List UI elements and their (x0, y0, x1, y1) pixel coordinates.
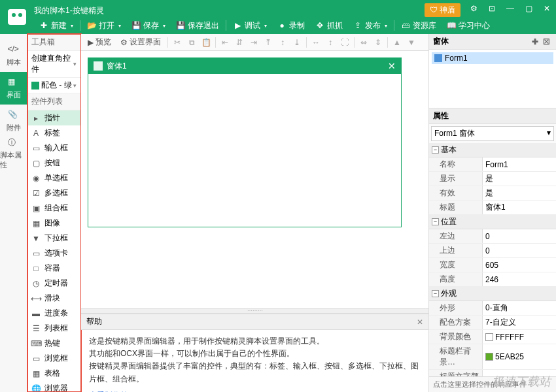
widget-定时器[interactable]: ◷定时器 (27, 276, 80, 291)
hspace-icon[interactable]: ⇔ (357, 36, 370, 49)
settings-icon[interactable]: ⚙ (464, 0, 483, 17)
menu-record[interactable]: ●录制 (272, 17, 310, 34)
preview-button[interactable]: ▶ 预览 (84, 35, 115, 49)
maximize-button[interactable]: ▢ (519, 0, 538, 17)
menu-resource[interactable]: 🗃资源库 (396, 17, 442, 34)
widget-组合框[interactable]: ▣组合框 (27, 201, 80, 216)
prop-row[interactable]: 名称Form1 (429, 157, 556, 172)
send-back-icon[interactable]: ▼ (405, 36, 418, 49)
add-form-icon[interactable]: ✚ (532, 37, 541, 46)
close-button[interactable]: ✕ (538, 0, 556, 17)
widget-列表框[interactable]: ☰列表框 (27, 321, 80, 336)
menu-learn[interactable]: 📖学习中心 (442, 17, 495, 34)
minimize-button[interactable]: — (501, 0, 519, 17)
widget-多选框[interactable]: ☑多选框 (27, 186, 80, 201)
shield-badge[interactable]: 🛡 神盾 (425, 3, 460, 17)
bring-front-icon[interactable]: ▲ (391, 36, 404, 49)
align-left-icon[interactable]: ⇤ (218, 36, 232, 49)
widget-按钮[interactable]: ▢按钮 (27, 155, 80, 171)
form-close-button[interactable]: ✕ (388, 61, 396, 71)
prop-row[interactable]: 背景颜色FFFFFF (429, 330, 556, 344)
color-combo[interactable]: 配色 - 绿▾ (27, 78, 80, 93)
widget-icon: ◉ (31, 174, 41, 183)
learn-icon: 📖 (447, 21, 456, 30)
widget-下拉框[interactable]: ▼下拉框 (27, 231, 80, 246)
widget-进度条[interactable]: ▬进度条 (27, 306, 80, 321)
widget-icon: ⌨ (31, 339, 41, 348)
widget-选项卡[interactable]: ▭选项卡 (27, 246, 80, 261)
nav-grid[interactable]: ▦界面 (0, 72, 27, 105)
prop-group-外观[interactable]: −外观 (429, 287, 556, 301)
prop-row[interactable]: 标题窗体1 (429, 201, 556, 215)
prop-row[interactable]: 配色方案7-自定义 (429, 316, 556, 330)
form-tree[interactable]: Form1 (429, 50, 556, 108)
widget-表格[interactable]: ▦表格 (27, 366, 80, 381)
widget-icon: A (31, 129, 41, 138)
paste-icon[interactable]: 📋 (200, 36, 213, 49)
form-icon (94, 61, 103, 71)
widget-icon: ▣ (31, 204, 41, 213)
prop-row[interactable]: 显示是 (429, 172, 556, 186)
prop-group-基本[interactable]: −基本 (429, 143, 556, 157)
nav-attach[interactable]: 📎附件 (0, 105, 27, 137)
designer-toolbar: ▶ 预览 ⚙ 设置界面 ✂ ⧉ 📋 ⇤ ⇵ ⇥ ⤒ ↕ ⤓ ↔ ↕ ⛶ ⇔ ⇕ … (81, 34, 428, 51)
menu-plus[interactable]: ✚新建▾ (34, 17, 78, 34)
align-center-icon[interactable]: ⇵ (233, 36, 246, 49)
widget-指针[interactable]: ▸指针 (27, 110, 80, 125)
copy-icon[interactable]: ⧉ (185, 36, 198, 49)
prop-row[interactable]: 外形0-直角 (429, 301, 556, 316)
align-middle-icon[interactable]: ↕ (276, 36, 289, 49)
menu-save-exit[interactable]: 💾保存退出 (171, 17, 224, 34)
prop-row[interactable]: 左边0 (429, 229, 556, 244)
widget-输入框[interactable]: ▭输入框 (27, 140, 80, 155)
align-bottom-icon[interactable]: ⤓ (290, 36, 304, 49)
widget-单选框[interactable]: ◉单选框 (27, 171, 80, 186)
vspace-icon[interactable]: ⇕ (372, 36, 385, 49)
nav-info[interactable]: ⓘ脚本属性 (0, 137, 27, 170)
prop-group-位置[interactable]: −位置 (429, 215, 556, 229)
play-icon: ▶ (233, 21, 242, 30)
widget-图像[interactable]: ▦图像 (27, 216, 80, 231)
help-title: 帮助 (86, 316, 102, 327)
same-size-icon[interactable]: ⛶ (338, 36, 351, 49)
align-right-icon[interactable]: ⇥ (247, 36, 260, 49)
feedback-icon[interactable]: ⊡ (483, 0, 501, 17)
widget-容器[interactable]: □容器 (27, 261, 80, 276)
object-selector[interactable]: Form1 窗体▾ (431, 126, 554, 141)
splitter[interactable]: ⋯⋯⋯ (81, 308, 428, 314)
props-footer[interactable]: 点击这里选择控件的响应事件 (429, 376, 556, 392)
widget-滑块[interactable]: ⟷滑块 (27, 291, 80, 306)
help-close-icon[interactable]: ✕ (417, 318, 423, 327)
widget-标签[interactable]: A标签 (27, 125, 80, 140)
menu-grab[interactable]: ✥抓抓 (310, 17, 348, 34)
prop-row[interactable]: 上边0 (429, 244, 556, 258)
widget-热键[interactable]: ⌨热键 (27, 336, 80, 351)
prop-row[interactable]: 有效是 (429, 186, 556, 201)
resource-icon: 🗃 (401, 21, 410, 30)
prop-row[interactable]: 宽度605 (429, 258, 556, 272)
nav-code[interactable]: </>脚本 (0, 39, 27, 72)
plus-icon: ✚ (39, 21, 48, 30)
form-window[interactable]: 窗体1 ✕ (88, 57, 402, 227)
widget-icon: 🌐 (31, 384, 41, 393)
tree-item-form1[interactable]: Form1 (432, 52, 553, 64)
delete-form-icon[interactable]: ☒ (543, 37, 552, 46)
menu-play[interactable]: ▶调试▾ (228, 17, 272, 34)
menu-save[interactable]: 💾保存▾ (126, 17, 171, 34)
prop-row[interactable]: 标题文字颜色FFFFFF (429, 370, 556, 376)
cut-icon[interactable]: ✂ (171, 36, 184, 49)
widget-浏览框[interactable]: ▭浏览框 (27, 351, 80, 366)
prop-row[interactable]: 高度246 (429, 272, 556, 287)
widget-浏览器[interactable]: 🌐浏览器 (27, 381, 80, 392)
menu-publish[interactable]: ⇪发布▾ (348, 17, 392, 34)
menu-folder[interactable]: 📂打开▾ (82, 17, 126, 34)
design-canvas[interactable]: 窗体1 ✕ (81, 51, 428, 308)
tutorial-link[interactable]: 查看制作教程 (89, 389, 136, 392)
same-height-icon[interactable]: ↕ (324, 36, 337, 49)
prop-row[interactable]: 标题栏背景…5EAB25 (429, 344, 556, 370)
settings-ui-button[interactable]: ⚙ 设置界面 (116, 35, 165, 49)
style-combo[interactable]: 创建直角控件▾ (27, 51, 80, 78)
align-top-icon[interactable]: ⤒ (262, 36, 275, 49)
properties-header: 属性 (433, 110, 449, 122)
same-width-icon[interactable]: ↔ (309, 36, 322, 49)
